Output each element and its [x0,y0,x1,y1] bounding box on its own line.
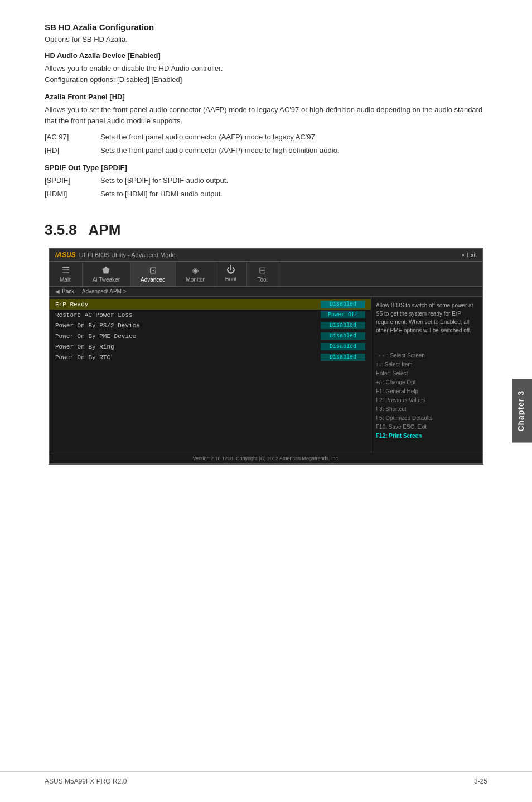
bios-breadcrumb: ◀ Back Advanced\ APM > [50,287,482,297]
tab-monitor[interactable]: ◈ Monitor [176,262,215,286]
spdif-subsection: SPDIF Out Type [SPDIF] [SPDIF] Sets to [… [45,163,487,199]
exit-icon: ▪ [462,252,465,258]
hdmi-term: [HDMI] [45,189,100,200]
tab-boot[interactable]: ⏻ Boot [215,262,248,286]
bios-footer: Version 2.10.1208. Copyright (C) 2012 Am… [50,453,482,463]
shortcut-enter: Enter: Select [376,369,478,378]
bios-row-erp[interactable]: ErP Ready Disabled [50,299,371,310]
shortcut-f2: F2: Previous Values [376,396,478,405]
main-icon: ☰ [62,265,70,276]
bios-nav: ☰ Main ⬟ Ai Tweaker ⊡ Advanced ◈ Monitor… [50,262,482,287]
spdif-desc: Sets to [SPDIF] for SPDIF audio output. [100,175,487,186]
rtc-value: Disabled [321,354,365,361]
bios-exit-button[interactable]: ▪ Exit [462,252,477,258]
tab-monitor-label: Monitor [186,277,204,283]
bios-shortcuts: →←: Select Screen ↑↓: Select Item Enter:… [376,351,478,441]
bios-settings-panel: ErP Ready Disabled Restore AC Power Loss… [50,297,371,453]
shortcut-f10: F10: Save ESC: Exit [376,423,478,432]
shortcut-f1: F1: General Help [376,387,478,396]
bios-row-restore-ac[interactable]: Restore AC Power Loss Power Off [50,310,371,320]
hd-audio-subsection: HD Audio Azalia Device [Enabled] Allows … [45,51,487,85]
chapter-sidebar: Chapter 3 [512,379,532,443]
bios-row-ps2[interactable]: Power On By PS/2 Device Disabled [50,320,371,331]
tool-icon: ⊟ [259,265,266,276]
back-arrow-icon: ◀ [55,288,60,294]
section-title: SB HD Azalia Configuration [45,22,487,32]
shortcut-f12: F12: Print Screen [376,432,478,441]
shortcut-updown: ↑↓: Select Item [376,360,478,369]
asus-logo-text: /ASUS [55,251,76,259]
tab-tool[interactable]: ⊟ Tool [247,262,278,286]
tab-ai-tweaker[interactable]: ⬟ Ai Tweaker [83,262,130,286]
apm-section: 3.5.8 APM /ASUS UEFI BIOS Utility - Adva… [45,221,487,465]
bios-logo: /ASUS UEFI BIOS Utility - Advanced Mode [55,251,176,259]
erp-label: ErP Ready [55,301,321,308]
tab-tool-label: Tool [257,277,267,283]
bios-main-content: ErP Ready Disabled Restore AC Power Loss… [50,297,482,453]
pme-value: Disabled [321,332,365,340]
azalia-ac97-row: [AC 97] Sets the front panel audio conne… [45,132,487,143]
pme-label: Power On By PME Device [55,333,321,340]
ring-label: Power On By Ring [55,344,321,350]
azalia-section: SB HD Azalia Configuration Options for S… [45,22,487,199]
page-footer: ASUS M5A99FX PRO R2.0 3-25 [0,771,532,785]
bios-header-title: UEFI BIOS Utility - Advanced Mode [79,252,176,258]
advanced-icon: ⊡ [149,265,157,276]
footer-right: 3-25 [474,777,487,785]
spdif-term: [SPDIF] [45,175,100,186]
section-subtitle: Options for SB HD Azalia. [45,35,487,44]
tab-boot-label: Boot [225,276,237,282]
azalia-hd-row: [HD] Sets the front panel audio connecto… [45,145,487,156]
tab-main-label: Main [60,277,72,283]
azalia-hd-desc: Sets the front panel audio connector (AA… [100,145,487,156]
azalia-front-body: Allows you to set the front panel audio … [45,104,487,126]
azalia-ac97-term: [AC 97] [45,132,100,143]
hd-audio-heading: HD Audio Azalia Device [Enabled] [45,51,487,60]
footer-left: ASUS M5A99FX PRO R2.0 [45,777,127,785]
chapter-number: 3.5.8 [45,221,77,238]
shortcut-f5: F5: Optimized Defaults [376,414,478,423]
tab-main[interactable]: ☰ Main [50,262,83,286]
spdif-row: [SPDIF] Sets to [SPDIF] for SPDIF audio … [45,175,487,186]
monitor-icon: ◈ [192,265,199,276]
back-label[interactable]: Back [62,288,74,294]
exit-label: Exit [467,252,477,258]
hd-audio-body: Allows you to enable or disable the HD A… [45,63,487,85]
restore-ac-value: Power Off [321,311,365,318]
ps2-value: Disabled [321,322,365,329]
chapter-name: APM [89,221,121,238]
bios-help-text: Allow BIOS to switch off some power at S… [376,301,478,335]
ring-value: Disabled [321,343,365,350]
bios-header: /ASUS UEFI BIOS Utility - Advanced Mode … [50,249,482,262]
rtc-label: Power On By RTC [55,354,321,361]
azalia-front-subsection: Azalia Front Panel [HD] Allows you to se… [45,93,487,156]
boot-icon: ⏻ [226,265,235,275]
hdmi-row: [HDMI] Sets to [HDMI] for HDMI audio out… [45,189,487,200]
restore-ac-label: Restore AC Power Loss [55,312,321,318]
hdmi-desc: Sets to [HDMI] for HDMI audio output. [100,189,487,200]
azalia-hd-term: [HD] [45,145,100,156]
erp-value: Disabled [321,301,365,308]
tab-ai-tweaker-label: Ai Tweaker [93,277,120,283]
shortcut-plusminus: +/-: Change Opt. [376,378,478,387]
azalia-ac97-desc: Sets the front panel audio connector (AA… [100,132,487,143]
azalia-front-heading: Azalia Front Panel [HD] [45,93,487,101]
chapter-heading: 3.5.8 APM [45,221,487,239]
bios-screenshot: /ASUS UEFI BIOS Utility - Advanced Mode … [49,248,483,465]
ps2-label: Power On By PS/2 Device [55,322,321,329]
bios-row-rtc[interactable]: Power On By RTC Disabled [50,352,371,363]
bios-row-pme[interactable]: Power On By PME Device Disabled [50,331,371,341]
page-content: SB HD Azalia Configuration Options for S… [0,0,532,509]
bios-row-ring[interactable]: Power On By Ring Disabled [50,341,371,352]
shortcut-f3: F3: Shortcut [376,405,478,414]
ai-tweaker-icon: ⬟ [102,265,110,276]
bios-help-panel: Allow BIOS to switch off some power at S… [371,297,482,453]
spdif-heading: SPDIF Out Type [SPDIF] [45,163,487,172]
shortcut-arrows: →←: Select Screen [376,351,478,360]
tab-advanced[interactable]: ⊡ Advanced [130,262,176,286]
breadcrumb-path: Advanced\ APM > [82,288,127,294]
tab-advanced-label: Advanced [141,277,165,283]
